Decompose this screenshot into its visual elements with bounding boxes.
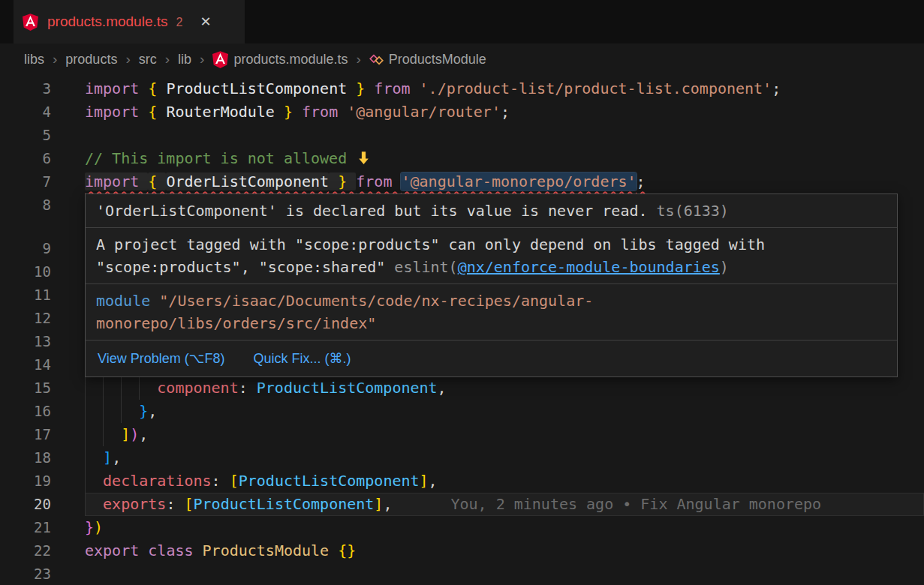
breadcrumb-item-src[interactable]: src bbox=[137, 50, 158, 69]
line-number[interactable]: 12 bbox=[0, 307, 85, 330]
code-token: ) bbox=[130, 425, 139, 443]
indent-guide bbox=[121, 400, 139, 423]
code-line-17: 17]), bbox=[0, 423, 924, 446]
code-token: { bbox=[148, 172, 166, 190]
code-token: from bbox=[374, 80, 419, 98]
line-content[interactable] bbox=[85, 124, 924, 147]
hover-messages: 'OrderListComponent' is declared but its… bbox=[86, 194, 897, 340]
line-number[interactable]: 9 bbox=[0, 237, 85, 260]
code-token: OrderListComponent bbox=[166, 172, 329, 190]
problem-count-badge: 2 bbox=[176, 16, 183, 29]
code-line-4: 4import { RouterModule } from '@angular/… bbox=[0, 100, 924, 124]
line-content[interactable]: import { RouterModule } from '@angular/r… bbox=[85, 100, 924, 124]
line-content[interactable]: ]), bbox=[85, 423, 924, 446]
code-token: } bbox=[275, 103, 302, 121]
line-number[interactable]: 23 bbox=[0, 562, 85, 585]
hover-popup: 'OrderListComponent' is declared but its… bbox=[85, 194, 898, 377]
code-token: ; bbox=[772, 80, 781, 98]
breadcrumb-item-products[interactable]: products bbox=[64, 50, 119, 69]
code-token: // This import is not allowed bbox=[85, 149, 356, 167]
line-number[interactable]: 6 bbox=[0, 147, 85, 170]
code-token: ProductsModule bbox=[203, 542, 330, 560]
line-content[interactable]: }, bbox=[85, 400, 924, 423]
line-content[interactable]: component: ProductListComponent, bbox=[85, 376, 924, 400]
code-token: ProductListComponent bbox=[194, 495, 375, 513]
breadcrumb-label: ProductsModule bbox=[389, 52, 486, 68]
breadcrumb-item-productsmodule[interactable]: ProductsModule bbox=[368, 50, 488, 69]
line-content[interactable]: // This import is not allowed bbox=[85, 147, 924, 170]
line-number[interactable]: 15 bbox=[0, 376, 85, 400]
code-line-19: 19declarations: [ProductListComponent], bbox=[0, 470, 924, 493]
breadcrumb: libs›products›src›lib›products.module.ts… bbox=[0, 44, 924, 75]
line-content[interactable]: declarations: [ProductListComponent], bbox=[85, 470, 924, 493]
code-token: [ bbox=[184, 495, 193, 513]
line-number[interactable]: 5 bbox=[0, 124, 85, 147]
code-token: , bbox=[139, 425, 148, 443]
code-token: , bbox=[383, 495, 392, 513]
line-content[interactable]: exports: [ProductListComponent],You, 2 m… bbox=[85, 493, 924, 516]
code-token: '@angular-monorepo/orders' bbox=[401, 172, 636, 190]
line-number[interactable]: 8 bbox=[0, 194, 85, 217]
view-problem-action[interactable]: View Problem (⌥F8) bbox=[98, 347, 224, 370]
breadcrumb-separator: › bbox=[356, 51, 360, 68]
code-text: declarations: [ProductListComponent], bbox=[103, 472, 438, 490]
breadcrumb-item-lib[interactable]: lib bbox=[176, 50, 193, 69]
angular-icon bbox=[23, 13, 39, 31]
breadcrumb-item-products-module-ts[interactable]: products.module.ts bbox=[211, 50, 349, 70]
hover-text: "/Users/isaac/Documents/code/nx-recipes/… bbox=[96, 292, 593, 332]
breadcrumb-item-libs[interactable]: libs bbox=[23, 50, 46, 69]
code-token: } bbox=[347, 80, 374, 98]
code-token: , bbox=[112, 448, 121, 466]
code-token: : bbox=[212, 472, 230, 490]
code-token: from bbox=[302, 103, 347, 121]
code-text: // This import is not allowed bbox=[85, 149, 372, 167]
code-token bbox=[329, 542, 338, 560]
code-token: RouterModule bbox=[166, 103, 275, 121]
code-token: ProductListComponent bbox=[257, 379, 438, 397]
code-token: component bbox=[157, 379, 238, 397]
breadcrumb-label: products.module.ts bbox=[233, 52, 348, 68]
line-content[interactable]: export class ProductsModule {} bbox=[85, 539, 924, 562]
line-number[interactable]: 4 bbox=[0, 100, 85, 124]
hover-text: ts(6133) bbox=[657, 202, 729, 220]
code-token: , bbox=[148, 402, 157, 420]
tab-bar: products.module.ts 2 ✕ bbox=[0, 0, 924, 44]
line-content[interactable] bbox=[85, 562, 924, 585]
line-number[interactable]: 13 bbox=[0, 330, 85, 353]
line-number[interactable]: 11 bbox=[0, 284, 85, 307]
line-number[interactable]: 19 bbox=[0, 470, 85, 493]
hover-actions: View Problem (⌥F8)Quick Fix... (⌘.) bbox=[86, 340, 897, 376]
code-token: : bbox=[166, 495, 184, 513]
code-token: {} bbox=[338, 542, 356, 560]
line-number[interactable]: 14 bbox=[0, 353, 85, 376]
code-token: '@angular/router' bbox=[347, 103, 501, 121]
code-token: import bbox=[85, 103, 148, 121]
line-number[interactable]: 7 bbox=[0, 170, 85, 194]
close-icon[interactable]: ✕ bbox=[200, 14, 211, 30]
code-token: } bbox=[85, 518, 94, 536]
line-content[interactable]: }) bbox=[85, 516, 924, 539]
breadcrumb-label: libs bbox=[24, 52, 44, 68]
line-number[interactable]: 17 bbox=[0, 423, 85, 446]
line-number[interactable]: 10 bbox=[0, 260, 85, 284]
line-content[interactable]: ], bbox=[85, 446, 924, 470]
line-number[interactable]: 21 bbox=[0, 516, 85, 539]
code-token: { bbox=[148, 103, 166, 121]
line-number[interactable]: 3 bbox=[0, 77, 85, 100]
line-content[interactable]: import { ProductListComponent } from './… bbox=[85, 77, 924, 100]
line-content[interactable]: import { OrderListComponent } from '@ang… bbox=[85, 170, 924, 194]
line-number[interactable]: 20 bbox=[0, 493, 85, 516]
eslint-rule-link[interactable]: @nx/enforce-module-boundaries bbox=[458, 258, 720, 276]
tab-filename: products.module.ts bbox=[47, 14, 168, 30]
line-number[interactable]: 18 bbox=[0, 446, 85, 470]
quick-fix-action[interactable]: Quick Fix... (⌘.) bbox=[253, 347, 351, 370]
breadcrumb-separator: › bbox=[125, 51, 130, 68]
hover-text: ) bbox=[720, 258, 729, 276]
tab-products-module[interactable]: products.module.ts 2 ✕ bbox=[14, 0, 245, 44]
line-number[interactable]: 16 bbox=[0, 400, 85, 423]
code-line-5: 5 bbox=[0, 124, 924, 147]
code-token: class bbox=[148, 542, 202, 560]
code-token: ] bbox=[374, 495, 383, 513]
code-token: './product-list/product-list.component' bbox=[420, 80, 772, 98]
line-number[interactable]: 22 bbox=[0, 539, 85, 562]
